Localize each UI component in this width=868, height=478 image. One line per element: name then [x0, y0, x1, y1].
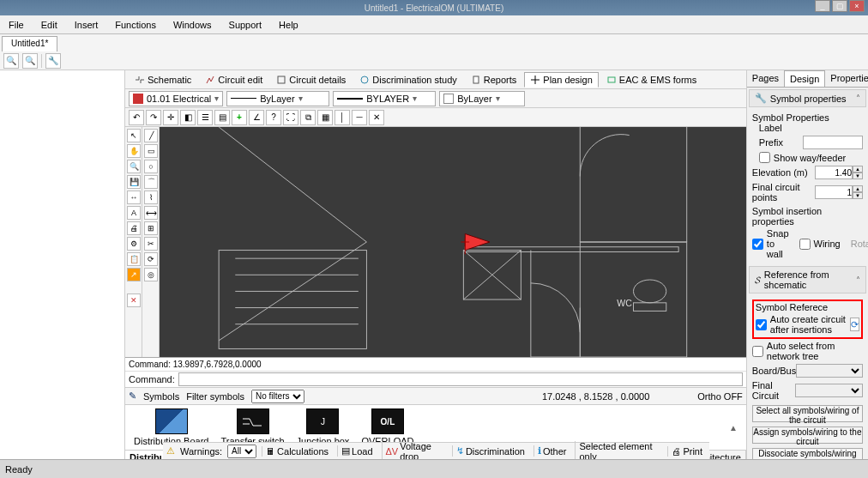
cross-icon[interactable]: ✕ [369, 110, 384, 125]
spin-down-icon[interactable]: ▼ [853, 192, 863, 199]
polyline-icon[interactable]: ⌇ [144, 191, 158, 204]
hand-icon[interactable]: ✋ [127, 144, 141, 158]
minimize-button[interactable]: _ [815, 0, 830, 12]
tab-circuit-edit[interactable]: Circuit edit [199, 72, 268, 88]
linetype-selector[interactable]: ByLayer▾ [226, 91, 329, 106]
dissociate-symbols-button[interactable]: Dissociate symbols/wiring from the circu… [752, 448, 863, 459]
hline-icon[interactable]: ─ [352, 110, 367, 125]
circle3-icon[interactable]: ◎ [144, 268, 158, 281]
copy-icon[interactable]: ⧉ [300, 110, 316, 125]
final-circuit-select[interactable] [795, 384, 863, 397]
maximize-button[interactable]: ▢ [832, 0, 847, 12]
tab-eac-ems[interactable]: EAC & EMS forms [600, 72, 702, 88]
menu-insert[interactable]: Insert [69, 18, 104, 32]
other-button[interactable]: ℹOther [533, 445, 570, 457]
arc-tool-icon[interactable]: ⌒ [144, 175, 158, 189]
pointer-icon[interactable]: ↖ [127, 129, 141, 142]
wiring-checkbox[interactable] [799, 239, 811, 250]
tab-plan-design[interactable]: Plan design [524, 72, 599, 88]
tab-circuit-details[interactable]: Circuit details [270, 72, 352, 88]
array-icon[interactable]: ⊞ [144, 221, 158, 235]
fcp-spinner[interactable]: ▲▼ [815, 185, 863, 199]
auto-create-checkbox[interactable] [756, 319, 767, 330]
elevation-spinner[interactable]: ▲▼ [815, 166, 863, 179]
gear-icon[interactable]: ⚙ [127, 237, 141, 251]
settings-icon[interactable]: 🔧 [45, 53, 61, 69]
rect-tool-icon[interactable]: ▭ [144, 144, 158, 158]
spin-down-icon[interactable]: ▼ [853, 172, 863, 179]
symbols-label[interactable]: Symbols [143, 391, 179, 402]
assign-symbols-button[interactable]: Assign symbols/wiring to the circuit [752, 427, 863, 444]
dim2-icon[interactable]: ⟷ [144, 206, 158, 220]
palette-distribution-board[interactable]: Distribution Board [134, 408, 208, 446]
circle-tool-icon[interactable]: ○ [144, 160, 158, 173]
menu-help[interactable]: Help [274, 18, 304, 32]
trim-icon[interactable]: ✂ [144, 237, 158, 251]
select-all-symbols-button[interactable]: Select all symbols/wiring of the circuit [752, 405, 863, 422]
reference-schematic-header[interactable]: 𝓢Reference from shcematic ˄ [749, 266, 866, 293]
export-icon[interactable]: ↗ [127, 268, 141, 281]
add-icon[interactable]: + [232, 110, 247, 125]
dim-icon[interactable]: ↔ [127, 191, 141, 204]
tab-discrimination-study[interactable]: Discrimination study [353, 72, 462, 88]
zoom-out-icon[interactable]: 🔍 [22, 53, 38, 69]
snap-to-wall-checkbox[interactable] [752, 239, 763, 250]
lineweight-selector[interactable]: BYLAYER▾ [333, 91, 436, 106]
filter-select[interactable]: No filters [251, 390, 304, 403]
warnings-filter-select[interactable]: All [227, 445, 256, 458]
menu-edit[interactable]: Edit [36, 18, 63, 32]
ortho-icon[interactable]: ◧ [180, 110, 196, 125]
symbol-properties-header[interactable]: 🔧Symbol properties ˄ [749, 89, 866, 107]
help-icon[interactable]: ? [266, 110, 281, 125]
spin-up-icon[interactable]: ▲ [853, 166, 863, 172]
fit-icon[interactable]: ⛶ [283, 110, 298, 125]
menu-file[interactable]: File [3, 18, 29, 32]
board-bus-select[interactable] [796, 364, 863, 378]
text-icon[interactable]: A [127, 206, 141, 220]
print-button[interactable]: 🖨Print [667, 446, 706, 457]
close-button[interactable]: × [849, 0, 865, 12]
rp-tab-design[interactable]: Design [784, 70, 825, 87]
color-selector[interactable]: ByLayer▾ [439, 91, 525, 106]
print-icon[interactable]: 🖨 [127, 221, 141, 235]
drawing-canvas[interactable]: WC [160, 127, 746, 357]
prefix-input[interactable] [803, 136, 863, 149]
menu-functions[interactable]: Functions [110, 18, 161, 32]
save-icon[interactable]: 💾 [127, 175, 141, 189]
ortho-status[interactable]: Ortho OFF [697, 391, 743, 402]
discrimination-button[interactable]: ↯Discrimination [452, 445, 528, 457]
spin-up-icon[interactable]: ▲ [853, 185, 863, 192]
show-way-checkbox[interactable] [759, 152, 770, 163]
palette-scroll-up[interactable]: ▲ [729, 423, 738, 433]
vline-icon[interactable]: │ [335, 110, 350, 125]
zoom-icon[interactable]: 🔍 [127, 160, 141, 173]
layers-icon[interactable]: ▤ [214, 110, 230, 125]
elevation-input[interactable] [815, 166, 853, 179]
fcp-input[interactable] [815, 185, 853, 199]
menu-windows[interactable]: Windows [168, 18, 217, 32]
angle-icon[interactable]: ∠ [249, 110, 264, 125]
dirs-icon[interactable]: ☰ [197, 110, 213, 125]
block-icon[interactable]: ▦ [317, 110, 333, 125]
command-input[interactable] [178, 372, 743, 386]
rp-tab-pages[interactable]: Pages [747, 70, 784, 87]
close-x-icon[interactable]: ✕ [127, 293, 141, 307]
redo-icon[interactable]: ↷ [146, 110, 161, 125]
tab-schematic[interactable]: Schematic [129, 72, 197, 88]
zoom-in-icon[interactable]: 🔍 [3, 53, 19, 69]
line-tool-icon[interactable]: ╱ [144, 129, 158, 142]
calculations-button[interactable]: 🖩Calculations [262, 446, 332, 457]
load-button[interactable]: ▤Load [337, 445, 376, 457]
palette-transfer-switch[interactable]: Transfer switch [220, 408, 284, 446]
refresh-button[interactable]: ⟳ [850, 318, 859, 331]
rotate-icon[interactable]: ⟳ [144, 252, 158, 266]
rp-tab-properties[interactable]: Properties [825, 70, 868, 87]
report-icon[interactable]: 📋 [127, 252, 141, 266]
undo-icon[interactable]: ↶ [129, 110, 144, 125]
cad-cursor-icon[interactable]: ✛ [163, 110, 178, 125]
auto-select-checkbox[interactable] [752, 346, 763, 357]
palette-junction-box[interactable]: JJunction box [297, 408, 350, 446]
doc-tab-untitled1[interactable]: Untitled1* [2, 36, 57, 51]
layer-color-selector[interactable]: 01.01 Electrical▾ [129, 91, 223, 106]
tab-reports[interactable]: Reports [465, 72, 523, 88]
